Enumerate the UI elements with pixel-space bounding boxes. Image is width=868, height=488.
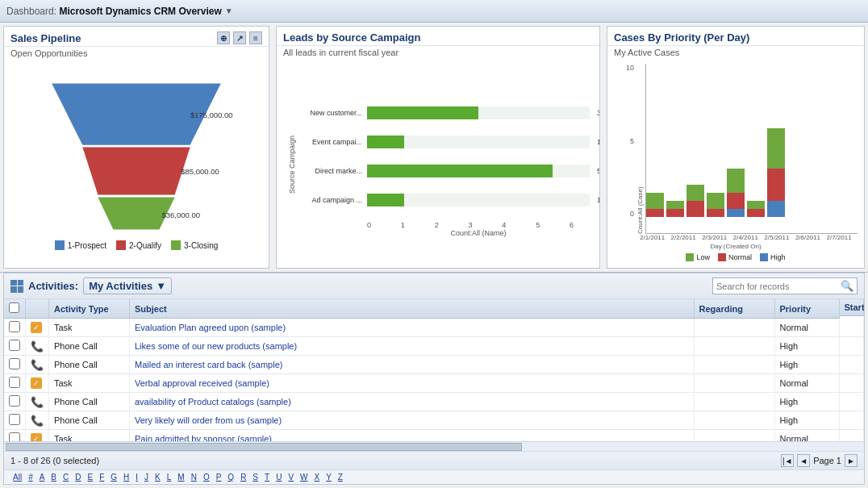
row-checkbox[interactable]	[9, 414, 20, 425]
row-checkbox[interactable]	[9, 340, 20, 351]
search-icon[interactable]: 🔍	[841, 280, 853, 292]
subject-cell[interactable]: Very likely will order from us (sample)	[130, 411, 695, 430]
qualify-segment[interactable]	[82, 148, 190, 195]
alpha-btn-#[interactable]: #	[26, 472, 35, 482]
alpha-btn-n[interactable]: N	[189, 472, 199, 482]
col-start-header[interactable]: Start	[840, 299, 864, 316]
stacked-bar[interactable]	[747, 201, 765, 217]
alpha-btn-h[interactable]: H	[121, 472, 131, 482]
expand-icon[interactable]: ↗	[233, 31, 246, 44]
page-label: Page 1	[813, 456, 841, 465]
alpha-btn-v[interactable]: V	[286, 472, 296, 482]
alpha-btn-j[interactable]: J	[142, 472, 151, 482]
col-priority-header[interactable]: Priority	[774, 299, 839, 319]
row-checkbox-cell[interactable]	[4, 374, 26, 393]
activity-type-cell: Phone Call	[49, 411, 130, 430]
activities-label: Activities:	[28, 280, 78, 292]
table-row[interactable]: ✓ Task Evaluation Plan agreed upon (samp…	[4, 319, 864, 337]
phone-icon: 📞	[31, 359, 44, 371]
row-checkbox-cell[interactable]	[4, 337, 26, 356]
stacked-bar[interactable]	[727, 169, 745, 217]
alpha-btn-c[interactable]: C	[61, 472, 71, 482]
row-checkbox-cell[interactable]	[4, 393, 26, 411]
alpha-btn-u[interactable]: U	[273, 472, 284, 482]
alpha-btn-g[interactable]: G	[108, 472, 119, 482]
bar-fill[interactable]	[367, 136, 404, 148]
subject-cell[interactable]: availability of Product catalogs (sample…	[130, 393, 695, 411]
row-checkbox[interactable]	[9, 358, 20, 369]
select-all-checkbox[interactable]	[9, 302, 19, 313]
bar-track: 1	[367, 136, 590, 148]
alpha-btn-b[interactable]: B	[48, 472, 59, 482]
row-checkbox[interactable]	[9, 377, 20, 388]
next-page-btn[interactable]: ►	[845, 454, 858, 467]
subject-cell[interactable]: Likes some of our new products (sample)	[130, 337, 695, 356]
col-regarding-header[interactable]: Regarding	[694, 299, 774, 319]
alpha-btn-f[interactable]: F	[97, 472, 106, 482]
row-checkbox[interactable]	[9, 395, 20, 407]
alpha-btn-q[interactable]: Q	[225, 472, 236, 482]
row-checkbox-cell[interactable]	[4, 411, 26, 430]
alpha-btn-t[interactable]: T	[262, 472, 272, 482]
bar-fill[interactable]	[367, 106, 478, 119]
start-cell	[839, 337, 864, 356]
alpha-btn-d[interactable]: D	[73, 472, 83, 482]
table-row[interactable]: ✓ Task Pain admitted by sponsor (sample)…	[4, 430, 864, 442]
stacked-bar[interactable]	[666, 201, 684, 217]
subject-cell[interactable]: Verbal approval received (sample)	[130, 374, 695, 393]
first-page-btn[interactable]: |◄	[781, 454, 794, 467]
activities-search-box[interactable]: 🔍	[712, 277, 858, 294]
row-checkbox-cell[interactable]	[4, 430, 26, 442]
leads-x-axis: 0123456	[298, 221, 590, 229]
stacked-bar[interactable]	[646, 193, 664, 217]
table-row[interactable]: ✓ Task Verbal approval received (sample)…	[4, 374, 864, 393]
subject-cell[interactable]: Pain admitted by sponsor (sample)	[130, 430, 695, 442]
row-checkbox[interactable]	[9, 321, 20, 332]
table-row[interactable]: 📞 Phone Call Very likely will order from…	[4, 411, 864, 430]
refresh-icon[interactable]: ⊕	[217, 31, 230, 44]
activities-view-dropdown[interactable]: My Activities ▼	[83, 277, 172, 294]
alpha-btn-m[interactable]: M	[175, 472, 186, 482]
row-icon-cell: 📞	[26, 337, 49, 356]
table-row[interactable]: 📞 Phone Call Likes some of our new produ…	[4, 337, 864, 356]
bar-fill[interactable]	[367, 194, 404, 206]
high-bar-segment	[767, 201, 785, 217]
col-activity-type-header[interactable]: Activity Type	[49, 299, 130, 319]
stacked-bar[interactable]	[767, 128, 785, 217]
stacked-bar[interactable]	[707, 193, 724, 217]
alpha-btn-p[interactable]: P	[214, 472, 224, 482]
subject-cell[interactable]: Mailed an interest card back (sample)	[130, 356, 695, 374]
alpha-btn-x[interactable]: X	[312, 472, 323, 482]
alpha-btn-k[interactable]: K	[152, 472, 163, 482]
alpha-btn-i[interactable]: I	[133, 472, 140, 482]
dashboard-dropdown-arrow[interactable]: ▼	[225, 6, 233, 15]
col-subject-header[interactable]: Subject	[130, 299, 695, 319]
scrollbar-thumb[interactable]	[6, 443, 522, 451]
alpha-btn-o[interactable]: O	[201, 472, 212, 482]
table-row[interactable]: 📞 Phone Call Mailed an interest card bac…	[4, 356, 864, 374]
search-input[interactable]	[716, 282, 841, 291]
legend-closing: 3-Closing	[171, 240, 218, 250]
alpha-btn-w[interactable]: W	[298, 472, 310, 482]
alpha-btn-all[interactable]: All	[10, 472, 24, 482]
alpha-btn-l[interactable]: L	[165, 472, 174, 482]
alpha-btn-y[interactable]: Y	[323, 472, 334, 482]
activities-data-table: Activity Type Subject Regarding Priority…	[4, 299, 864, 441]
row-checkbox-cell[interactable]	[4, 356, 26, 374]
cases-legend-item: Low	[686, 253, 710, 261]
table-row[interactable]: 📞 Phone Call availability of Product cat…	[4, 393, 864, 411]
alpha-btn-r[interactable]: R	[238, 472, 248, 482]
alpha-btn-e[interactable]: E	[86, 472, 96, 482]
prev-page-btn[interactable]: ◄	[797, 454, 810, 467]
alpha-btn-a[interactable]: A	[37, 472, 48, 482]
stacked-bar[interactable]	[686, 185, 704, 217]
alpha-btn-s[interactable]: S	[250, 472, 261, 482]
low-bar-segment	[727, 169, 745, 193]
config-icon[interactable]: ≡	[249, 31, 262, 44]
row-checkbox-cell[interactable]	[4, 319, 26, 337]
alpha-btn-z[interactable]: Z	[336, 472, 345, 482]
row-checkbox[interactable]	[9, 432, 20, 441]
horizontal-scrollbar[interactable]	[4, 441, 864, 451]
bar-fill[interactable]	[367, 165, 553, 177]
subject-cell[interactable]: Evaluation Plan agreed upon (sample)	[130, 319, 695, 337]
